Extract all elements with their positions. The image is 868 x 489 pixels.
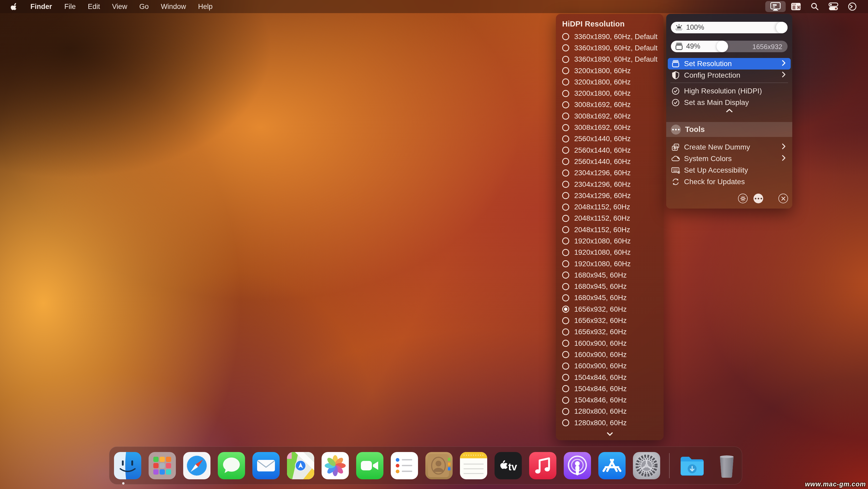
- brightness-knob[interactable]: [776, 22, 787, 33]
- resolution-option[interactable]: 2048x1152, 60Hz: [556, 224, 663, 235]
- display-control-panel: 100% 49% 1656x932 Set Resolution: [666, 14, 792, 208]
- resolution-option[interactable]: 1600x900, 60Hz: [556, 338, 663, 349]
- settings-gear-icon[interactable]: [738, 194, 748, 203]
- dock-podcasts-icon[interactable]: [564, 452, 591, 479]
- brightness-slider[interactable]: 100%: [671, 22, 787, 33]
- resolution-option[interactable]: 1504x846, 60Hz: [556, 372, 663, 383]
- panel-title: HiDPI Resolution: [556, 18, 663, 31]
- menu-help[interactable]: Help: [192, 3, 219, 10]
- close-icon[interactable]: [778, 194, 788, 203]
- dock-messages-icon[interactable]: [218, 452, 245, 479]
- dock-reminders-icon[interactable]: [391, 452, 418, 479]
- menu-item-system-colors[interactable]: System Colors: [668, 153, 791, 165]
- resolution-option[interactable]: 3008x1692, 60Hz: [556, 110, 663, 122]
- resolution-option[interactable]: 1504x846, 60Hz: [556, 383, 663, 394]
- radio-icon: [562, 397, 569, 404]
- resolution-option[interactable]: 1600x900, 60Hz: [556, 361, 663, 372]
- menu-item-create-new-dummy[interactable]: Create New Dummy: [668, 141, 791, 153]
- control-center-icon[interactable]: [824, 1, 843, 12]
- menu-item-set-resolution[interactable]: Set Resolution: [668, 58, 791, 69]
- resolution-option[interactable]: 3360x1890, 60Hz, Default: [556, 42, 663, 54]
- menu-window[interactable]: Window: [155, 3, 192, 10]
- resolution-slider[interactable]: 49% 1656x932: [671, 41, 787, 52]
- more-ellipsis-icon[interactable]: [753, 194, 763, 203]
- check-circle-icon: [671, 87, 680, 95]
- dock-notes-icon[interactable]: [460, 452, 487, 479]
- radio-icon: [562, 237, 569, 244]
- resolution-option[interactable]: 2560x1440, 60Hz: [556, 145, 663, 156]
- tools-section-header[interactable]: Tools: [666, 122, 792, 137]
- resolution-option[interactable]: 1504x846, 60Hz: [556, 395, 663, 406]
- radio-icon: [562, 385, 569, 392]
- dock-contacts-icon[interactable]: [425, 452, 453, 479]
- menu-edit[interactable]: Edit: [82, 3, 106, 10]
- resolution-option[interactable]: 2048x1152, 60Hz: [556, 201, 663, 212]
- resolution-option[interactable]: 1680x945, 60Hz: [556, 269, 663, 281]
- resolution-option[interactable]: 1680x945, 60Hz: [556, 281, 663, 292]
- resolution-option[interactable]: 1656x932, 60Hz: [556, 315, 663, 326]
- menu-item-check-for-updates[interactable]: Check for Updates: [668, 176, 791, 188]
- menu-item-set-main-display[interactable]: Set as Main Display: [668, 97, 791, 108]
- dock-launchpad-icon[interactable]: [149, 452, 176, 479]
- hidpi-resolution-panel: HiDPI Resolution 3360x1890, 60Hz, Defaul…: [556, 14, 663, 440]
- display-icon[interactable]: [765, 1, 786, 12]
- dock-facetime-icon[interactable]: [356, 452, 383, 479]
- resolution-option[interactable]: 2304x1296, 60Hz: [556, 167, 663, 179]
- dock-photos-icon[interactable]: [321, 452, 349, 479]
- dock-system-settings-icon[interactable]: [633, 452, 660, 479]
- dock-apple-tv-icon[interactable]: tv: [495, 452, 522, 479]
- dock-mail-icon[interactable]: [252, 452, 280, 479]
- resolution-option[interactable]: 3360x1890, 60Hz, Default: [556, 54, 663, 65]
- resolution-option[interactable]: 1680x945, 60Hz: [556, 292, 663, 304]
- resolution-option[interactable]: 3360x1890, 60Hz, Default: [556, 31, 663, 42]
- resolution-option[interactable]: 1656x932, 60Hz: [556, 304, 663, 315]
- resolution-option[interactable]: 1920x1080, 60Hz: [556, 247, 663, 258]
- radio-icon: [562, 101, 569, 108]
- clock-icon[interactable]: [843, 1, 861, 12]
- chevron-right-icon: [781, 154, 786, 163]
- radio-icon: [562, 340, 569, 347]
- dock-trash-icon[interactable]: [713, 452, 740, 479]
- resolution-option[interactable]: 2048x1152, 60Hz: [556, 213, 663, 224]
- resolution-option[interactable]: 3200x1800, 60Hz: [556, 65, 663, 76]
- dock-app-store-icon[interactable]: [598, 452, 626, 479]
- resolution-option[interactable]: 1920x1080, 60Hz: [556, 258, 663, 269]
- dock-music-icon[interactable]: [529, 452, 556, 479]
- refresh-icon: [671, 178, 680, 186]
- menu-file[interactable]: File: [58, 3, 82, 10]
- resolution-option[interactable]: 1656x932, 60Hz: [556, 326, 663, 338]
- apple-menu-icon[interactable]: [10, 2, 19, 11]
- resolution-option[interactable]: 1280x800, 60Hz: [556, 417, 663, 428]
- resolution-option[interactable]: 2304x1296, 60Hz: [556, 179, 663, 190]
- resolution-knob[interactable]: [716, 41, 728, 52]
- menu-item-config-protection[interactable]: Config Protection: [668, 69, 791, 81]
- window-command-icon[interactable]: ⌘: [786, 1, 806, 12]
- resolution-option[interactable]: 2560x1440, 60Hz: [556, 156, 663, 167]
- spotlight-search-icon[interactable]: [806, 1, 824, 12]
- radio-icon: [562, 249, 569, 256]
- resolution-option[interactable]: 1920x1080, 60Hz: [556, 235, 663, 247]
- dock-maps-icon[interactable]: [287, 452, 314, 479]
- radio-icon: [562, 328, 569, 336]
- scroll-more-button[interactable]: [556, 430, 663, 439]
- active-app-menu[interactable]: Finder: [27, 3, 55, 11]
- svg-text:tv: tv: [508, 461, 517, 472]
- menu-view[interactable]: View: [106, 3, 133, 10]
- dock-finder-icon[interactable]: [114, 452, 141, 479]
- resolution-option[interactable]: 3008x1692, 60Hz: [556, 122, 663, 133]
- resolution-option[interactable]: 2560x1440, 60Hz: [556, 133, 663, 145]
- resolution-option[interactable]: 2304x1296, 60Hz: [556, 190, 663, 201]
- menu-item-set-up-accessibility[interactable]: Set Up Accessibility: [668, 165, 791, 176]
- collapse-button[interactable]: [666, 108, 792, 115]
- dock-downloads-folder-icon[interactable]: [679, 452, 706, 479]
- resolution-option[interactable]: 3200x1800, 60Hz: [556, 76, 663, 88]
- menu-item-high-resolution[interactable]: High Resolution (HiDPI): [668, 85, 791, 97]
- resolution-option[interactable]: 3200x1800, 60Hz: [556, 88, 663, 99]
- dock-safari-icon[interactable]: [183, 452, 211, 479]
- menu-go[interactable]: Go: [133, 3, 155, 10]
- resolution-option[interactable]: 3008x1692, 60Hz: [556, 99, 663, 110]
- resolution-option[interactable]: 1600x900, 60Hz: [556, 349, 663, 360]
- resolution-list: 3360x1890, 60Hz, Default 3360x1890, 60Hz…: [556, 31, 663, 430]
- watermark: www.mac-gm.com: [805, 480, 866, 488]
- resolution-option[interactable]: 1280x800, 60Hz: [556, 406, 663, 417]
